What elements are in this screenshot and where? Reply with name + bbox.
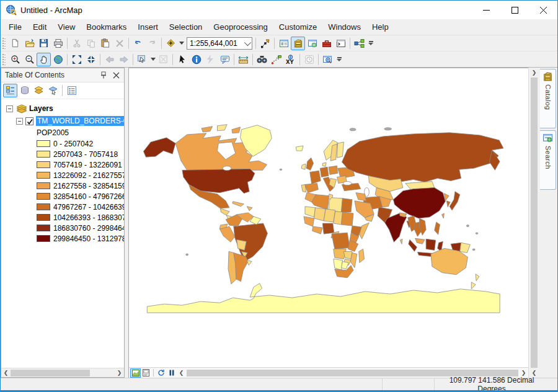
measure-button[interactable] (236, 53, 250, 66)
find-button[interactable] (255, 53, 269, 66)
map-vertical-scrollbar[interactable]: ❯︎ ❮︎ (528, 68, 539, 378)
country-iraq[interactable] (356, 193, 366, 201)
country-namibia[interactable] (334, 259, 343, 270)
country-hispaniola[interactable] (247, 207, 252, 211)
catalog-tab[interactable]: Catalog (540, 69, 556, 128)
menu-view[interactable]: View (52, 20, 81, 34)
country-finland[interactable] (337, 142, 344, 158)
country-iceland[interactable] (296, 146, 303, 151)
list-by-drawing-order-button[interactable] (3, 84, 17, 97)
country-drc[interactable] (332, 233, 350, 249)
html-popup-button[interactable] (203, 53, 218, 66)
legend-swatch[interactable] (37, 182, 50, 189)
country-japan[interactable] (450, 192, 460, 210)
minimize-button[interactable] (472, 1, 500, 19)
toc-horizontal-scrollbar[interactable]: ❮ ❯ (1, 368, 124, 377)
fixed-zoom-in-button[interactable] (69, 53, 84, 66)
country-botswana[interactable] (341, 262, 348, 269)
legend-class-row[interactable]: 32854160 - 47967266 (1, 191, 124, 202)
country-russia[interactable] (342, 133, 503, 182)
country-niger[interactable] (324, 209, 335, 222)
copy-button[interactable] (84, 37, 98, 50)
resize-grip[interactable] (549, 378, 557, 390)
toc-options-button[interactable] (64, 84, 79, 97)
country-ghana[interactable] (312, 226, 323, 234)
scroll-up-icon[interactable]: ❯︎ (529, 68, 539, 78)
country-uk[interactable] (306, 158, 314, 170)
legend-class-row[interactable]: 21627558 - 32854159 (1, 180, 124, 191)
country-philippines[interactable] (435, 222, 440, 234)
legend-swatch[interactable] (37, 151, 50, 158)
new-document-button[interactable] (8, 37, 22, 50)
list-by-source-button[interactable] (17, 84, 32, 97)
menu-selection[interactable]: Selection (164, 20, 208, 34)
refresh-view-button[interactable] (156, 368, 166, 378)
country-peru[interactable] (219, 226, 234, 242)
toolbar-options-button[interactable] (335, 53, 343, 66)
legend-class-row[interactable]: 299846450 - 131297885 (1, 233, 124, 244)
country-papua-new-guinea[interactable] (460, 243, 471, 252)
forward-extent-button[interactable] (117, 53, 131, 66)
add-data-button[interactable] (164, 37, 178, 50)
country-new-zealand-south[interactable] (471, 282, 476, 289)
menu-customize[interactable]: Customize (273, 20, 322, 34)
toolbar-grip[interactable] (2, 38, 6, 49)
popup-button[interactable] (218, 53, 232, 66)
map-vscroll-thumb[interactable] (531, 78, 538, 368)
country-sumatra[interactable] (409, 239, 417, 251)
scroll-left-icon[interactable]: ❮ (1, 368, 11, 378)
pause-drawing-button[interactable] (166, 368, 177, 378)
country-mauritania[interactable] (305, 207, 316, 217)
layer-visibility-checkbox[interactable] (25, 117, 33, 125)
modelbuilder-button[interactable] (352, 37, 366, 50)
country-guatemala[interactable] (220, 208, 229, 215)
layer-row[interactable]: TM_WORLD_BORDERS-0. (1, 115, 124, 127)
legend-swatch[interactable] (37, 140, 50, 147)
menu-bookmarks[interactable]: Bookmarks (81, 20, 132, 34)
legend-swatch[interactable] (37, 161, 50, 168)
add-data-dropdown[interactable] (178, 37, 185, 50)
data-view-button[interactable] (130, 368, 141, 378)
scrollbar-thumb[interactable] (11, 370, 90, 376)
zoom-in-button[interactable] (8, 53, 22, 66)
maximize-button[interactable] (500, 1, 529, 19)
country-arctic-island-2[interactable] (217, 125, 227, 131)
arctoolbox-button[interactable] (319, 37, 334, 50)
menu-geoprocessing[interactable]: Geoprocessing (208, 20, 273, 34)
menu-edit[interactable]: Edit (27, 20, 52, 34)
toc-close-button[interactable] (110, 69, 122, 81)
map-canvas[interactable] (129, 68, 528, 367)
country-sri-lanka[interactable] (400, 239, 402, 244)
country-tanzania[interactable] (348, 240, 358, 251)
country-uruguay[interactable] (247, 261, 252, 265)
country-taiwan[interactable] (441, 213, 444, 218)
toolbar-grip[interactable] (2, 54, 6, 65)
country-antarctica[interactable] (147, 283, 500, 313)
scroll-left-icon[interactable]: ❮ (177, 368, 186, 378)
pan-button[interactable] (37, 53, 51, 66)
scroll-right-icon[interactable]: ❯ (115, 368, 124, 378)
list-by-selection-button[interactable] (46, 84, 60, 97)
layers-group-row[interactable]: Layers (1, 102, 124, 115)
paste-button[interactable] (98, 37, 112, 50)
legend-class-row[interactable]: 47967267 - 104266392 (1, 202, 124, 212)
country-argentina[interactable] (234, 252, 248, 281)
search-window-button[interactable] (305, 37, 319, 50)
layout-view-button[interactable] (141, 368, 151, 378)
legend-swatch[interactable] (37, 214, 50, 221)
legend-swatch[interactable] (37, 235, 50, 242)
back-extent-button[interactable] (102, 53, 117, 66)
print-button[interactable] (51, 37, 65, 50)
close-button[interactable] (529, 1, 557, 19)
search-tab[interactable]: Search (540, 130, 556, 190)
toolbar-options-button[interactable] (366, 37, 375, 50)
select-features-button[interactable] (135, 53, 149, 66)
legend-swatch[interactable] (37, 172, 50, 179)
country-arctic-island-1[interactable] (202, 127, 213, 132)
legend-swatch[interactable] (37, 225, 50, 231)
time-slider-button[interactable] (302, 53, 316, 66)
legend-swatch[interactable] (37, 203, 50, 210)
menu-windows[interactable]: Windows (322, 20, 366, 34)
legend-class-row[interactable]: 186830760 - 299846449 (1, 223, 124, 233)
viewer-window-button[interactable] (321, 53, 335, 66)
